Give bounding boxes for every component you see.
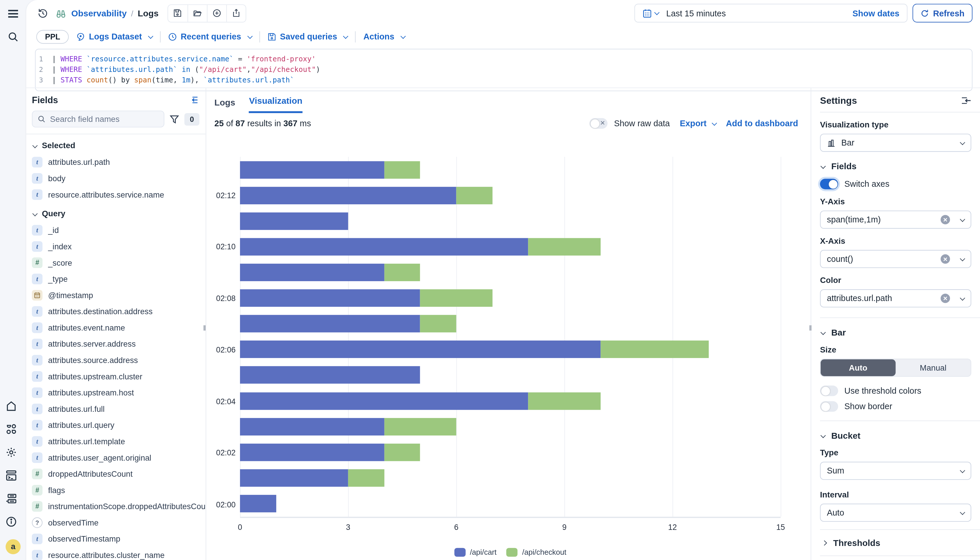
query-editor[interactable]: 1| WHERE `resource.attributes.service.na… <box>35 49 973 91</box>
field-item[interactable]: tattributes.source.address <box>26 352 206 368</box>
thresholds-accordion[interactable]: Thresholds <box>820 530 971 548</box>
field-item[interactable]: tbody <box>26 170 206 186</box>
bar-segment[interactable] <box>384 418 457 435</box>
clear-icon[interactable]: ✕ <box>940 215 950 224</box>
bar-segment[interactable] <box>240 418 384 435</box>
filter-icon[interactable] <box>169 114 179 124</box>
collapse-panel-icon[interactable] <box>188 95 198 105</box>
breadcrumb-app[interactable]: Observability <box>71 8 127 18</box>
share-icon[interactable] <box>226 5 245 22</box>
show-border-toggle[interactable] <box>820 401 838 412</box>
dev-tools-icon[interactable] <box>5 470 17 481</box>
field-item[interactable]: tobservedTimestamp <box>26 530 206 547</box>
field-item[interactable]: tattributes.url.template <box>26 433 206 449</box>
query-editor-line[interactable]: 1| WHERE `resource.attributes.service.na… <box>36 54 972 64</box>
field-item[interactable]: tattributes.url.query <box>26 417 206 433</box>
legend-item[interactable]: /api/cart <box>454 548 497 557</box>
settings-gear-icon[interactable] <box>5 446 17 457</box>
bar-segment[interactable] <box>240 212 348 230</box>
dataset-selector[interactable]: Logs Dataset <box>76 32 152 41</box>
bar-segment[interactable] <box>528 392 600 410</box>
bar-segment[interactable] <box>240 443 384 461</box>
size-manual-button[interactable]: Manual <box>895 359 971 376</box>
bar-segment[interactable] <box>528 238 600 255</box>
bar-segment[interactable] <box>240 289 420 307</box>
field-item[interactable]: tattributes.url.path <box>26 154 206 170</box>
bar-segment[interactable] <box>240 392 528 410</box>
bar-segment[interactable] <box>457 187 492 204</box>
bar-segment[interactable] <box>240 367 420 384</box>
field-item[interactable]: #droppedAttributesCount <box>26 466 206 482</box>
field-item[interactable]: tattributes.server.address <box>26 335 206 352</box>
bucket-accordion[interactable]: Bucket <box>820 430 971 440</box>
field-item[interactable]: tattributes.upstream.cluster <box>26 368 206 384</box>
bar-segment[interactable] <box>240 238 528 255</box>
info-icon[interactable] <box>5 516 17 527</box>
saved-queries-menu[interactable]: Saved queries <box>268 32 348 41</box>
field-item[interactable]: #instrumentationScope.droppedAttributesC… <box>26 498 206 514</box>
refresh-button[interactable]: Refresh <box>912 4 972 23</box>
fields-accordion[interactable]: Fields <box>820 161 971 171</box>
bar-segment[interactable] <box>384 443 420 461</box>
export-menu[interactable]: Export <box>680 119 716 128</box>
x-axis-combo[interactable]: count() ✕ <box>820 250 971 268</box>
panel-resize-handle[interactable]: ‖ <box>809 324 812 332</box>
bar-segment[interactable] <box>420 289 492 307</box>
field-item[interactable]: @timestamp <box>26 287 206 303</box>
bar-segment[interactable] <box>240 263 384 281</box>
bar-segment[interactable] <box>240 187 457 204</box>
field-search-input[interactable]: Search field names <box>32 110 164 127</box>
clear-icon[interactable]: ✕ <box>940 254 950 263</box>
bucket-type-select[interactable]: Sum <box>820 462 971 480</box>
bar-segment[interactable] <box>384 161 420 178</box>
home-icon[interactable] <box>5 400 17 411</box>
field-item[interactable]: tattributes.upstream.host <box>26 384 206 401</box>
use-threshold-colors-toggle[interactable] <box>820 385 838 396</box>
query-editor-line[interactable]: 3| STATS count() by span(time, 1m), `att… <box>36 75 972 86</box>
recent-queries-menu[interactable]: Recent queries <box>168 32 252 41</box>
add-data-icon[interactable] <box>5 493 17 504</box>
field-item[interactable]: #flags <box>26 482 206 498</box>
size-auto-button[interactable]: Auto <box>821 359 896 376</box>
apps-icon[interactable] <box>5 423 17 434</box>
bar-accordion[interactable]: Bar <box>820 327 971 337</box>
bar-segment[interactable] <box>240 315 420 333</box>
search-icon[interactable] <box>8 31 19 42</box>
open-folder-icon[interactable] <box>187 5 207 22</box>
bar-segment[interactable] <box>240 341 600 358</box>
add-to-dashboard-button[interactable]: Add to dashboard <box>726 119 798 128</box>
viz-type-select[interactable]: Bar <box>820 133 971 152</box>
switch-axes-toggle[interactable] <box>820 178 838 189</box>
show-raw-data-toggle[interactable]: ✕ <box>590 118 608 128</box>
bar-segment[interactable] <box>348 469 384 487</box>
show-dates-button[interactable]: Show dates <box>853 8 899 18</box>
field-item[interactable]: #_score <box>26 254 206 271</box>
field-item[interactable]: tattributes.url.full <box>26 400 206 417</box>
actions-menu[interactable]: Actions <box>363 32 405 41</box>
bar-segment[interactable] <box>420 315 456 333</box>
tab-logs[interactable]: Logs <box>214 97 235 113</box>
field-item[interactable]: tattributes.destination.address <box>26 303 206 320</box>
interval-select[interactable]: Auto <box>820 503 971 522</box>
field-item[interactable]: tresource.attributes.cluster_name <box>26 547 206 560</box>
time-range-value[interactable]: Last 15 minutes <box>666 8 726 18</box>
tab-visualization[interactable]: Visualization <box>249 95 302 113</box>
field-item[interactable]: tattributes.event.name <box>26 319 206 335</box>
color-combo[interactable]: attributes.url.path ✕ <box>820 289 971 307</box>
field-section-selected[interactable]: Selected <box>26 135 206 154</box>
bar-segment[interactable] <box>240 469 348 487</box>
history-icon[interactable] <box>37 8 48 18</box>
legend-item[interactable]: /api/checkout <box>507 548 567 557</box>
bar-segment[interactable] <box>384 263 420 281</box>
axes-accordion[interactable]: Axes <box>820 556 971 560</box>
query-language-badge[interactable]: PPL <box>36 30 69 43</box>
field-item[interactable]: ?observedTime <box>26 514 206 530</box>
field-item[interactable]: t_id <box>26 222 206 238</box>
y-axis-combo[interactable]: span(time,1m) ✕ <box>820 210 971 228</box>
field-item[interactable]: t_type <box>26 271 206 287</box>
field-item[interactable]: tresource.attributes.service.name <box>26 186 206 203</box>
time-range-picker[interactable]: Last 15 minutes Show dates <box>635 4 907 23</box>
bar-segment[interactable] <box>240 161 384 178</box>
bar-segment[interactable] <box>240 495 276 512</box>
user-avatar[interactable]: a <box>5 539 20 554</box>
